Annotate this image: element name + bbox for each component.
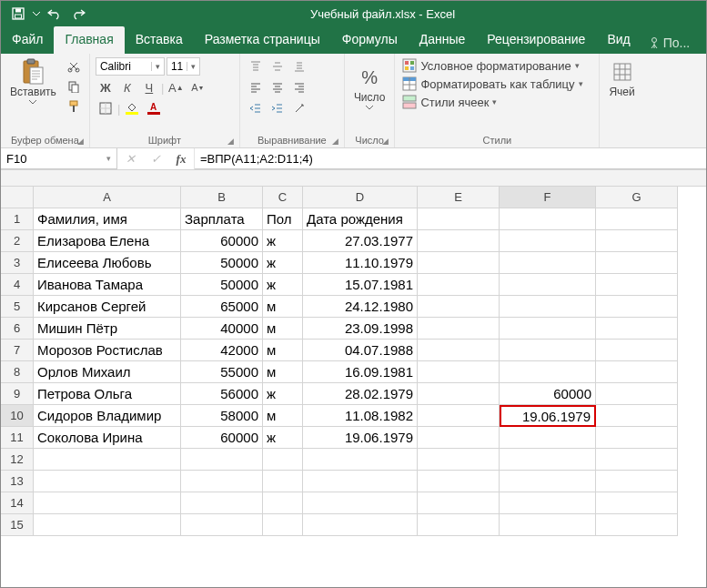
tab-data[interactable]: Данные [409, 26, 477, 54]
cancel-formula-icon[interactable]: ✕ [117, 152, 143, 167]
cell-D15[interactable] [303, 514, 418, 536]
align-bottom-icon[interactable] [289, 57, 309, 76]
cell-A14[interactable] [34, 492, 181, 514]
cell-B5[interactable]: 65000 [181, 296, 263, 318]
cell-F7[interactable] [500, 340, 596, 361]
cell-G6[interactable] [596, 318, 678, 340]
redo-icon[interactable] [68, 4, 88, 24]
row-header-8[interactable]: 8 [1, 361, 34, 383]
copy-icon[interactable] [64, 77, 84, 96]
save-icon[interactable] [8, 4, 28, 24]
cell-G9[interactable] [596, 383, 678, 405]
spreadsheet-grid[interactable]: ABCDEFG1Фамилия, имяЗарплатаПолДата рожд… [1, 187, 706, 536]
cell-A5[interactable]: Кирсанов Сергей [34, 296, 181, 318]
cell-D5[interactable]: 24.12.1980 [303, 296, 418, 318]
font-name-combo[interactable]: Calibri▾ [96, 57, 165, 76]
col-header-C[interactable]: C [263, 187, 303, 208]
tab-file[interactable]: Файл [1, 26, 54, 54]
formula-input[interactable]: =ВПР(A11;A2:D11;4) [195, 148, 706, 169]
cell-D12[interactable] [303, 449, 418, 471]
increase-indent-icon[interactable] [268, 99, 288, 117]
tab-review[interactable]: Рецензирование [476, 26, 596, 54]
grow-font-icon[interactable]: A▲ [166, 78, 186, 96]
row-header-2[interactable]: 2 [1, 230, 34, 252]
cells-button[interactable]: Ячей [605, 57, 638, 100]
align-right-icon[interactable] [289, 78, 309, 96]
font-color-icon[interactable]: A [144, 99, 164, 117]
cell-B14[interactable] [181, 492, 263, 514]
cell-A11[interactable]: Соколова Ирина [34, 427, 181, 449]
cell-D1[interactable]: Дата рождения [303, 208, 418, 230]
row-header-15[interactable]: 15 [1, 514, 34, 536]
align-top-icon[interactable] [246, 57, 266, 76]
cell-C5[interactable]: м [263, 296, 303, 318]
align-middle-icon[interactable] [268, 57, 288, 76]
row-header-5[interactable]: 5 [1, 296, 34, 318]
cell-E4[interactable] [418, 274, 500, 296]
row-header-11[interactable]: 11 [1, 427, 34, 449]
name-box[interactable]: F10▾ [1, 148, 117, 169]
cell-B15[interactable] [181, 514, 263, 536]
cell-C3[interactable]: ж [263, 252, 303, 274]
cell-G8[interactable] [596, 361, 678, 383]
cell-F10[interactable]: 19.06.1979 [500, 405, 596, 427]
cell-E1[interactable] [418, 208, 500, 230]
cell-D7[interactable]: 04.07.1988 [303, 340, 418, 361]
cell-F8[interactable] [500, 361, 596, 383]
bold-button[interactable]: Ж [96, 78, 116, 96]
cell-C13[interactable] [263, 471, 303, 492]
col-header-F[interactable]: F [500, 187, 596, 208]
cut-icon[interactable] [64, 57, 84, 76]
cell-F6[interactable] [500, 318, 596, 340]
cell-D2[interactable]: 27.03.1977 [303, 230, 418, 252]
row-header-1[interactable]: 1 [1, 208, 34, 230]
italic-button[interactable]: К [117, 78, 137, 96]
cell-B7[interactable]: 42000 [181, 340, 263, 361]
cell-G2[interactable] [596, 230, 678, 252]
decrease-indent-icon[interactable] [246, 99, 266, 117]
cell-C12[interactable] [263, 449, 303, 471]
cell-D3[interactable]: 11.10.1979 [303, 252, 418, 274]
col-header-B[interactable]: B [181, 187, 263, 208]
cell-C15[interactable] [263, 514, 303, 536]
col-header-A[interactable]: A [34, 187, 181, 208]
cell-F15[interactable] [500, 514, 596, 536]
row-header-4[interactable]: 4 [1, 274, 34, 296]
cell-C4[interactable]: ж [263, 274, 303, 296]
cell-A1[interactable]: Фамилия, имя [34, 208, 181, 230]
col-header-D[interactable]: D [303, 187, 418, 208]
format-painter-icon[interactable] [64, 97, 84, 116]
cell-G15[interactable] [596, 514, 678, 536]
cell-G12[interactable] [596, 449, 678, 471]
dialog-launcher-icon[interactable]: ◢ [77, 137, 84, 146]
align-center-icon[interactable] [268, 78, 288, 96]
cell-G13[interactable] [596, 471, 678, 492]
cell-F2[interactable] [500, 230, 596, 252]
cell-C6[interactable]: м [263, 318, 303, 340]
row-header-10[interactable]: 10 [1, 405, 34, 427]
cell-G1[interactable] [596, 208, 678, 230]
cell-B4[interactable]: 50000 [181, 274, 263, 296]
font-size-combo[interactable]: 11▾ [167, 57, 200, 76]
cell-C11[interactable]: ж [263, 427, 303, 449]
cell-D9[interactable]: 28.02.1979 [303, 383, 418, 405]
cell-F14[interactable] [500, 492, 596, 514]
conditional-formatting-button[interactable]: Условное форматирование▾ [400, 57, 593, 74]
cell-B6[interactable]: 40000 [181, 318, 263, 340]
cell-B2[interactable]: 60000 [181, 230, 263, 252]
cell-G14[interactable] [596, 492, 678, 514]
tab-view[interactable]: Вид [596, 26, 641, 54]
cell-G4[interactable] [596, 274, 678, 296]
cell-E3[interactable] [418, 252, 500, 274]
cell-A12[interactable] [34, 449, 181, 471]
cell-C2[interactable]: ж [263, 230, 303, 252]
qat-dropdown-icon[interactable] [32, 4, 41, 24]
orientation-icon[interactable] [289, 99, 309, 117]
row-header-9[interactable]: 9 [1, 383, 34, 405]
cell-A15[interactable] [34, 514, 181, 536]
dialog-launcher-icon[interactable]: ◢ [227, 137, 234, 146]
cell-C9[interactable]: ж [263, 383, 303, 405]
fill-color-icon[interactable] [122, 99, 142, 117]
cell-A6[interactable]: Мишин Пётр [34, 318, 181, 340]
number-format-button[interactable]: % Число [350, 57, 389, 112]
